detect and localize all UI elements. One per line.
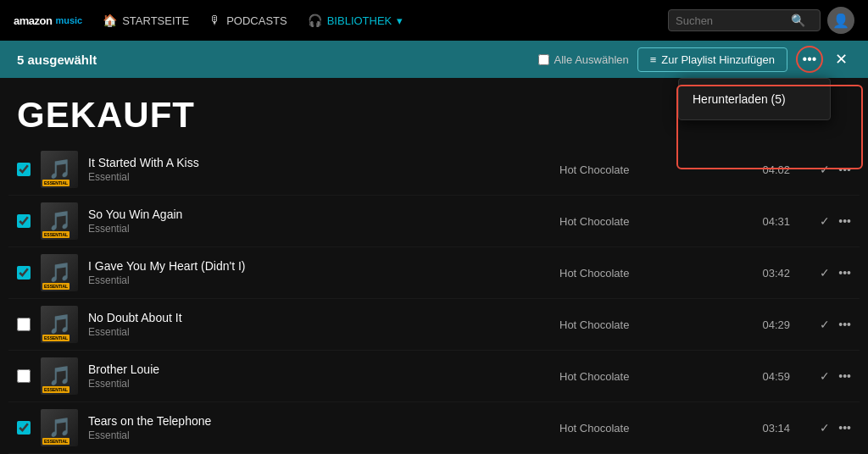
track-checkbox-1[interactable] bbox=[17, 163, 31, 176]
add-to-playlist-button[interactable]: ≡ Zur Playlist Hinzufügen bbox=[637, 47, 787, 72]
selection-bar: 5 ausgewählt Alle Auswählen ≡ Zur Playli… bbox=[0, 41, 868, 78]
track-duration-3: 03:42 bbox=[739, 267, 790, 280]
search-area: 🔍 👤 bbox=[668, 7, 854, 34]
nav-items: 🏠 STARTSEITE 🎙 PODCASTS 🎧 BIBLIOTHEK ▾ bbox=[103, 14, 648, 27]
nav-item-bibliothek-label: BIBLIOTHEK bbox=[327, 14, 392, 27]
track-check-icon-6: ✓ bbox=[820, 421, 830, 435]
track-checkbox-2[interactable] bbox=[17, 214, 31, 228]
track-artist-1: Hot Chocolate bbox=[559, 163, 729, 176]
user-avatar[interactable]: 👤 bbox=[827, 7, 854, 34]
track-row: 🎵 ESSENTIAL No Doubt About It Essential … bbox=[8, 299, 860, 351]
track-checkbox-4[interactable] bbox=[17, 318, 31, 331]
track-check-icon-4: ✓ bbox=[820, 318, 830, 331]
track-actions-1: ✓ ••• bbox=[800, 163, 851, 176]
track-more-icon-3[interactable]: ••• bbox=[838, 266, 851, 280]
track-list: 🎵 ESSENTIAL It Started With A Kiss Essen… bbox=[0, 144, 868, 454]
nav-item-podcasts[interactable]: 🎙 PODCASTS bbox=[209, 14, 287, 27]
top-nav: amazon music 🏠 STARTSEITE 🎙 PODCASTS 🎧 B… bbox=[0, 0, 868, 41]
track-checkbox-6[interactable] bbox=[17, 421, 31, 435]
track-row: 🎵 ESSENTIAL So You Win Again Essential H… bbox=[8, 196, 860, 247]
selected-count-label: 5 ausgewählt bbox=[17, 53, 538, 67]
track-row: 🎵 ESSENTIAL It Started With A Kiss Essen… bbox=[8, 144, 860, 196]
track-check-icon-1: ✓ bbox=[820, 163, 830, 176]
track-info-1: It Started With A Kiss Essential bbox=[88, 156, 549, 183]
track-duration-4: 04:29 bbox=[739, 318, 790, 331]
logo[interactable]: amazon music bbox=[14, 14, 82, 27]
track-thumbnail-3: 🎵 ESSENTIAL bbox=[41, 254, 78, 291]
selection-actions: Alle Auswählen ≡ Zur Playlist Hinzufügen… bbox=[538, 46, 851, 73]
track-name-4: No Doubt About It bbox=[88, 311, 549, 324]
more-dots-icon: ••• bbox=[803, 52, 817, 67]
bibliothek-chevron-icon: ▾ bbox=[397, 14, 403, 27]
track-name-1: It Started With A Kiss bbox=[88, 156, 549, 169]
track-checkbox-5[interactable] bbox=[17, 369, 31, 383]
track-duration-6: 03:14 bbox=[739, 422, 790, 435]
select-all-label[interactable]: Alle Auswählen bbox=[538, 53, 629, 66]
track-more-icon-2[interactable]: ••• bbox=[838, 214, 851, 228]
track-album-2: Essential bbox=[88, 223, 549, 235]
search-box[interactable]: 🔍 bbox=[668, 9, 821, 31]
track-more-icon-4[interactable]: ••• bbox=[838, 318, 851, 331]
podcast-icon: 🎙 bbox=[209, 14, 221, 27]
nav-item-podcasts-label: PODCASTS bbox=[226, 14, 287, 27]
track-name-6: Tears on the Telephone bbox=[88, 414, 549, 428]
track-name-2: So You Win Again bbox=[88, 208, 549, 221]
track-more-icon-5[interactable]: ••• bbox=[838, 369, 851, 383]
track-info-3: I Gave You My Heart (Didn't I) Essential bbox=[88, 259, 549, 286]
track-actions-6: ✓ ••• bbox=[800, 421, 851, 435]
track-album-4: Essential bbox=[88, 326, 549, 338]
track-info-6: Tears on the Telephone Essential bbox=[88, 414, 549, 441]
track-album-6: Essential bbox=[88, 429, 549, 441]
track-check-icon-2: ✓ bbox=[820, 214, 830, 228]
track-row: 🎵 ESSENTIAL Tears on the Telephone Essen… bbox=[8, 402, 860, 454]
track-thumbnail-5: 🎵 ESSENTIAL bbox=[41, 357, 78, 395]
close-icon: ✕ bbox=[835, 51, 848, 68]
track-album-5: Essential bbox=[88, 378, 549, 390]
search-input[interactable] bbox=[676, 14, 786, 27]
track-name-3: I Gave You My Heart (Didn't I) bbox=[88, 259, 549, 273]
add-to-playlist-label: Zur Playlist Hinzufügen bbox=[661, 53, 775, 66]
search-icon: 🔍 bbox=[791, 14, 805, 27]
track-thumbnail-6: 🎵 ESSENTIAL bbox=[41, 409, 78, 446]
track-artist-4: Hot Chocolate bbox=[559, 318, 729, 331]
track-check-icon-5: ✓ bbox=[820, 369, 830, 383]
track-actions-3: ✓ ••• bbox=[800, 266, 851, 280]
track-more-icon-1[interactable]: ••• bbox=[838, 163, 851, 176]
track-duration-5: 04:59 bbox=[739, 370, 790, 383]
close-selection-button[interactable]: ✕ bbox=[832, 47, 851, 72]
track-row: 🎵 ESSENTIAL Brother Louie Essential Hot … bbox=[8, 351, 860, 402]
track-checkbox-3[interactable] bbox=[17, 266, 31, 280]
track-artist-3: Hot Chocolate bbox=[559, 267, 729, 280]
track-info-5: Brother Louie Essential bbox=[88, 363, 549, 390]
track-album-1: Essential bbox=[88, 171, 549, 183]
track-artist-5: Hot Chocolate bbox=[559, 370, 729, 383]
track-name-5: Brother Louie bbox=[88, 363, 549, 376]
playlist-icon: ≡ bbox=[650, 53, 657, 66]
nav-item-startseite[interactable]: 🏠 STARTSEITE bbox=[103, 14, 189, 27]
track-album-3: Essential bbox=[88, 274, 549, 286]
select-all-text: Alle Auswählen bbox=[554, 53, 629, 66]
track-thumbnail-1: 🎵 ESSENTIAL bbox=[41, 151, 78, 188]
track-row: 🎵 ESSENTIAL I Gave You My Heart (Didn't … bbox=[8, 247, 860, 299]
track-check-icon-3: ✓ bbox=[820, 266, 830, 280]
track-info-2: So You Win Again Essential bbox=[88, 208, 549, 235]
track-duration-1: 04:02 bbox=[739, 163, 790, 176]
nav-item-startseite-label: STARTSEITE bbox=[122, 14, 189, 27]
nav-item-bibliothek[interactable]: 🎧 BIBLIOTHEK ▾ bbox=[308, 14, 403, 27]
track-duration-2: 04:31 bbox=[739, 215, 790, 228]
track-more-icon-6[interactable]: ••• bbox=[838, 421, 851, 435]
dropdown-item-download[interactable]: Herunterladen (5) bbox=[679, 84, 830, 114]
track-artist-6: Hot Chocolate bbox=[559, 422, 729, 435]
track-thumbnail-2: 🎵 ESSENTIAL bbox=[41, 202, 78, 240]
home-icon: 🏠 bbox=[103, 14, 117, 27]
track-artist-2: Hot Chocolate bbox=[559, 215, 729, 228]
more-options-button[interactable]: ••• bbox=[796, 46, 823, 73]
logo-music-text: music bbox=[55, 15, 82, 25]
select-all-checkbox[interactable] bbox=[538, 54, 549, 65]
track-info-4: No Doubt About It Essential bbox=[88, 311, 549, 338]
dropdown-menu: Herunterladen (5) bbox=[678, 78, 831, 120]
track-actions-5: ✓ ••• bbox=[800, 369, 851, 383]
track-actions-2: ✓ ••• bbox=[800, 214, 851, 228]
logo-amazon-text: amazon bbox=[14, 14, 52, 27]
track-actions-4: ✓ ••• bbox=[800, 318, 851, 331]
